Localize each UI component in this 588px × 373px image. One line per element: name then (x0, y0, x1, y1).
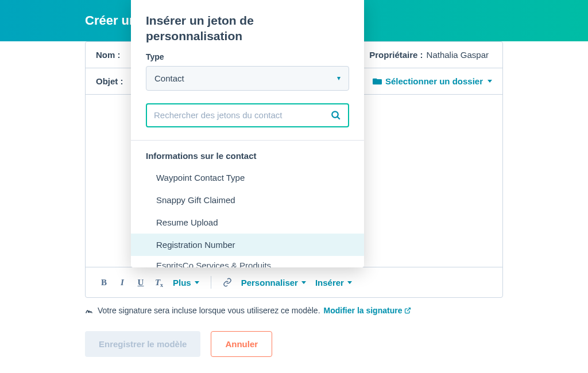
select-folder-link[interactable]: Sélectionner un dossier (373, 76, 492, 86)
svg-line-1 (337, 116, 340, 119)
name-label: Nom : (96, 50, 121, 60)
clear-x: x (160, 282, 163, 288)
type-select-value: Contact (154, 73, 184, 83)
search-icon (331, 110, 341, 121)
clear-format-button[interactable]: Tx (151, 274, 167, 290)
owner-value: Nathalia Gaspar (427, 50, 489, 60)
chevron-down-icon (301, 281, 306, 284)
search-wrap (146, 103, 349, 127)
signature-row: Votre signature sera incluse lorsque vou… (85, 298, 503, 315)
edit-signature-link[interactable]: Modifier la signature (324, 306, 412, 315)
save-button[interactable]: Enregistrer le modèle (85, 331, 200, 357)
type-select[interactable]: Contact ▾ (146, 66, 349, 91)
chevron-down-icon (488, 80, 492, 83)
folder-icon (373, 77, 382, 86)
plus-menu[interactable]: Plus (169, 278, 203, 287)
underline-button[interactable]: U (133, 274, 149, 290)
chevron-down-icon (347, 281, 352, 284)
chevron-down-icon (195, 281, 199, 284)
personalize-menu[interactable]: Personnaliser (238, 278, 310, 287)
cancel-button[interactable]: Annuler (211, 331, 272, 357)
link-icon (223, 278, 232, 287)
bold-button[interactable]: B (96, 274, 112, 290)
folder-link-text: Sélectionner un dossier (385, 76, 483, 86)
subject-label: Objet : (96, 76, 123, 86)
token-item[interactable]: EspritsCo Services & Produits (131, 256, 364, 267)
token-item[interactable]: Resume Upload (131, 211, 364, 234)
type-label: Type (146, 52, 349, 61)
clear-t: T (155, 278, 160, 287)
personalization-modal: Insérer un jeton de personnalisation Typ… (131, 0, 364, 267)
owner-label: Propriétaire : (369, 50, 423, 60)
token-search-input[interactable] (154, 110, 331, 120)
insert-label: Insérer (315, 278, 344, 287)
plus-label: Plus (173, 278, 191, 287)
italic-button[interactable]: I (114, 274, 130, 290)
toolbar-divider (211, 276, 211, 289)
page-title: Créer un (85, 13, 137, 28)
token-item[interactable]: Snappy Gift Claimed (131, 189, 364, 211)
chevron-down-icon: ▾ (337, 74, 341, 82)
editor-toolbar: B I U Tx Plus Personnaliser Insérer (86, 267, 502, 297)
link-button[interactable] (219, 274, 235, 290)
svg-point-0 (332, 111, 338, 118)
signature-text: Votre signature sera incluse lorsque vou… (98, 306, 320, 315)
token-section-header: Informations sur le contact (131, 141, 364, 166)
actions-row: Enregistrer le modèle Annuler (85, 315, 503, 357)
token-item[interactable]: Waypoint Contact Type (131, 166, 364, 189)
personalize-label: Personnaliser (241, 278, 298, 287)
insert-menu[interactable]: Insérer (312, 278, 355, 287)
token-list: Waypoint Contact Type Snappy Gift Claime… (131, 166, 364, 267)
signature-icon (85, 306, 94, 315)
external-link-icon (404, 307, 411, 314)
token-item[interactable]: Registration Number (131, 234, 364, 256)
modal-title: Insérer un jeton de personnalisation (146, 13, 349, 44)
signature-link-text: Modifier la signature (324, 306, 403, 315)
